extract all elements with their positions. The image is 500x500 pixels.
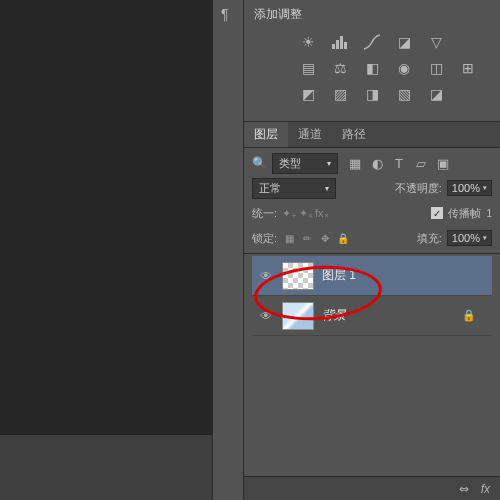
visibility-eye-icon[interactable]: 👁 xyxy=(260,269,274,283)
svg-rect-0 xyxy=(332,44,335,49)
type-filter-dropdown[interactable]: 类型 xyxy=(272,153,338,174)
color-lookup-icon[interactable]: ⊞ xyxy=(458,59,478,77)
selective-color-icon[interactable]: ◪ xyxy=(426,85,446,103)
exposure-icon[interactable]: ◪ xyxy=(394,33,414,51)
tab-channels[interactable]: 通道 xyxy=(288,122,332,147)
layers-bottom-toolbar: ⇔ fx xyxy=(244,476,500,500)
adjustments-title: 添加调整 xyxy=(254,6,490,23)
layer-thumbnail[interactable] xyxy=(282,262,314,290)
propagate-checkbox[interactable]: ✓ xyxy=(431,207,443,219)
svg-rect-1 xyxy=(336,40,339,49)
layer-controls: 🔍 类型 ▦ ◐ T ▱ ▣ 正常 不透明度: 100% 统一: ✦₊ ✦ₓ f… xyxy=(244,148,500,341)
unify-visibility-icon[interactable]: ✦ₓ xyxy=(299,207,313,220)
tab-paths[interactable]: 路径 xyxy=(332,122,376,147)
adjustments-panel: 添加调整 ☀ ◪ ▽ ▤ ⚖ ◧ ◉ ◫ ⊞ ◩ ▨ ◨ ▧ ◪ xyxy=(244,0,500,122)
channel-mixer-icon[interactable]: ◫ xyxy=(426,59,446,77)
fill-label: 填充: xyxy=(417,231,442,246)
color-balance-icon[interactable]: ⚖ xyxy=(330,59,350,77)
lock-transparent-icon[interactable]: ▦ xyxy=(282,231,296,245)
layer-row-background[interactable]: 👁 背景 🔒 xyxy=(252,296,492,336)
filter-icons: ▦ ◐ T ▱ ▣ xyxy=(347,155,451,171)
vertical-toolbar: ¶ xyxy=(212,0,244,500)
lock-label: 锁定: xyxy=(252,231,277,246)
bw-icon[interactable]: ◧ xyxy=(362,59,382,77)
layer-thumbnail[interactable] xyxy=(282,302,314,330)
gradient-map-icon[interactable]: ▧ xyxy=(394,85,414,103)
layer-list: 👁 图层 1 👁 背景 🔒 xyxy=(252,256,492,336)
lock-indicator-icon: 🔒 xyxy=(462,309,476,322)
propagate-label: 传播帧 xyxy=(448,206,481,221)
invert-icon[interactable]: ◩ xyxy=(298,85,318,103)
search-icon[interactable]: 🔍 xyxy=(252,156,267,170)
visibility-eye-icon[interactable]: 👁 xyxy=(260,309,274,323)
filter-shape-icon[interactable]: ▱ xyxy=(413,155,429,171)
fx-icon[interactable]: fx xyxy=(481,482,490,496)
levels-icon[interactable] xyxy=(330,33,350,51)
hue-icon[interactable]: ▤ xyxy=(298,59,318,77)
right-panel-group: 添加调整 ☀ ◪ ▽ ▤ ⚖ ◧ ◉ ◫ ⊞ ◩ ▨ ◨ ▧ ◪ 图层 通道 路… xyxy=(244,0,500,500)
unify-label: 统一: xyxy=(252,206,277,221)
svg-rect-2 xyxy=(340,36,343,49)
panel-tabs: 图层 通道 路径 xyxy=(244,122,500,148)
photo-filter-icon[interactable]: ◉ xyxy=(394,59,414,77)
layer-name[interactable]: 图层 1 xyxy=(322,267,356,284)
unify-position-icon[interactable]: ✦₊ xyxy=(282,207,297,220)
filter-pixel-icon[interactable]: ▦ xyxy=(347,155,363,171)
unify-style-icon[interactable]: fxₓ xyxy=(315,207,329,220)
lock-pixels-icon[interactable]: ✏ xyxy=(300,231,314,245)
posterize-icon[interactable]: ▨ xyxy=(330,85,350,103)
lock-all-icon[interactable]: 🔒 xyxy=(336,231,350,245)
fill-input[interactable]: 100% xyxy=(447,230,492,246)
curves-icon[interactable] xyxy=(362,33,382,51)
blend-mode-dropdown[interactable]: 正常 xyxy=(252,178,336,199)
threshold-icon[interactable]: ◨ xyxy=(362,85,382,103)
layer-name[interactable]: 背景 xyxy=(322,307,346,324)
vibrance-icon[interactable]: ▽ xyxy=(426,33,446,51)
link-icon[interactable]: ⇔ xyxy=(459,482,469,496)
opacity-label: 不透明度: xyxy=(395,181,442,196)
canvas-area xyxy=(0,0,212,435)
filter-adjustment-icon[interactable]: ◐ xyxy=(369,155,385,171)
paragraph-icon[interactable]: ¶ xyxy=(213,0,243,28)
lock-position-icon[interactable]: ✥ xyxy=(318,231,332,245)
opacity-input[interactable]: 100% xyxy=(447,180,492,196)
tab-layers[interactable]: 图层 xyxy=(244,122,288,147)
layer-row-layer1[interactable]: 👁 图层 1 xyxy=(252,256,492,296)
filter-smart-icon[interactable]: ▣ xyxy=(435,155,451,171)
brightness-icon[interactable]: ☀ xyxy=(298,33,318,51)
filter-type-icon[interactable]: T xyxy=(391,155,407,171)
svg-rect-3 xyxy=(344,42,347,49)
